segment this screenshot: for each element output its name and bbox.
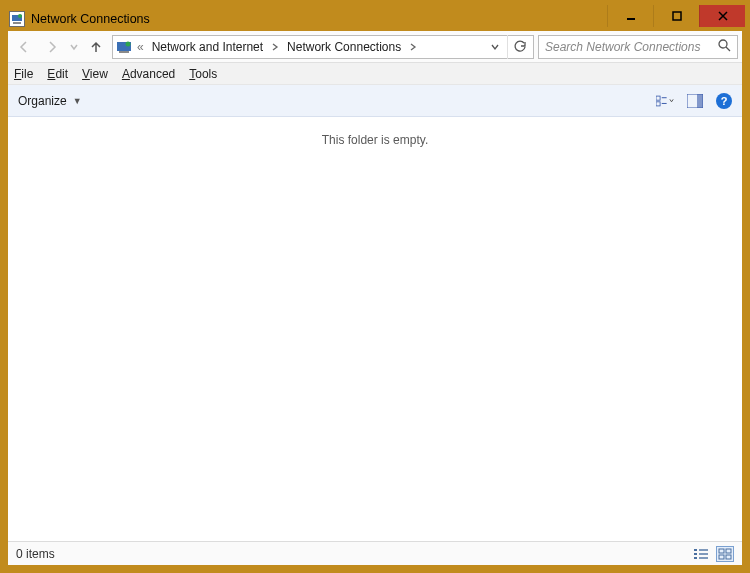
refresh-button[interactable] bbox=[507, 35, 531, 59]
svg-point-3 bbox=[18, 14, 22, 18]
svg-rect-20 bbox=[726, 555, 731, 559]
close-button[interactable] bbox=[699, 5, 745, 27]
command-bar-right: ? bbox=[656, 92, 732, 110]
svg-point-8 bbox=[126, 41, 131, 46]
window-title: Network Connections bbox=[31, 12, 607, 26]
minimize-button[interactable] bbox=[607, 5, 653, 27]
recent-locations-button[interactable] bbox=[68, 35, 80, 59]
status-bar-right bbox=[692, 546, 734, 562]
search-box[interactable] bbox=[538, 35, 738, 59]
menu-edit[interactable]: Edit bbox=[47, 67, 68, 81]
breadcrumb-item-0[interactable]: Network and Internet bbox=[148, 40, 267, 54]
titlebar[interactable]: Network Connections bbox=[7, 7, 743, 31]
change-view-button[interactable] bbox=[656, 92, 674, 110]
breadcrumb-item-1[interactable]: Network Connections bbox=[283, 40, 405, 54]
maximize-button[interactable] bbox=[653, 5, 699, 27]
svg-rect-17 bbox=[719, 549, 724, 553]
svg-rect-5 bbox=[673, 12, 681, 20]
search-input[interactable] bbox=[545, 40, 714, 54]
large-icons-view-button[interactable] bbox=[716, 546, 734, 562]
command-bar: Organize ▼ ? bbox=[8, 85, 742, 117]
address-bar[interactable]: « Network and Internet Network Connectio… bbox=[112, 35, 534, 59]
forward-button[interactable] bbox=[40, 35, 64, 59]
window-controls bbox=[607, 5, 745, 29]
details-view-button[interactable] bbox=[692, 546, 710, 562]
organize-label: Organize bbox=[18, 94, 67, 108]
breadcrumb-prefix[interactable]: « bbox=[135, 40, 146, 54]
svg-rect-19 bbox=[719, 555, 724, 559]
menu-view[interactable]: View bbox=[82, 67, 108, 81]
svg-rect-4 bbox=[627, 18, 635, 20]
menu-advanced[interactable]: Advanced bbox=[122, 67, 175, 81]
svg-rect-15 bbox=[694, 553, 697, 555]
organize-button[interactable]: Organize ▼ bbox=[18, 94, 82, 108]
status-bar: 0 items bbox=[8, 541, 742, 565]
menu-file[interactable]: File bbox=[14, 67, 33, 81]
item-count: 0 items bbox=[16, 547, 55, 561]
preview-pane-button[interactable] bbox=[686, 92, 704, 110]
app-icon bbox=[9, 11, 25, 27]
svg-rect-7 bbox=[119, 51, 129, 53]
back-button[interactable] bbox=[12, 35, 36, 59]
chevron-right-icon[interactable] bbox=[269, 40, 281, 54]
svg-rect-10 bbox=[656, 96, 660, 100]
svg-rect-14 bbox=[694, 549, 697, 551]
up-button[interactable] bbox=[84, 35, 108, 59]
menu-bar: File Edit View Advanced Tools bbox=[8, 63, 742, 85]
caret-down-icon: ▼ bbox=[73, 96, 82, 106]
svg-rect-16 bbox=[694, 557, 697, 559]
svg-point-9 bbox=[719, 40, 727, 48]
help-button[interactable]: ? bbox=[716, 93, 732, 109]
empty-folder-message: This folder is empty. bbox=[322, 133, 428, 541]
chevron-right-icon[interactable] bbox=[407, 40, 419, 54]
location-icon bbox=[115, 38, 133, 56]
content-area[interactable]: This folder is empty. bbox=[8, 117, 742, 541]
svg-rect-2 bbox=[13, 22, 21, 24]
address-history-button[interactable] bbox=[487, 40, 503, 54]
navigation-bar: « Network and Internet Network Connectio… bbox=[8, 31, 742, 63]
svg-rect-18 bbox=[726, 549, 731, 553]
search-icon[interactable] bbox=[718, 39, 731, 55]
window-frame: Network Connections bbox=[0, 0, 750, 573]
svg-rect-13 bbox=[697, 94, 703, 108]
svg-rect-11 bbox=[656, 101, 660, 105]
menu-tools[interactable]: Tools bbox=[189, 67, 217, 81]
